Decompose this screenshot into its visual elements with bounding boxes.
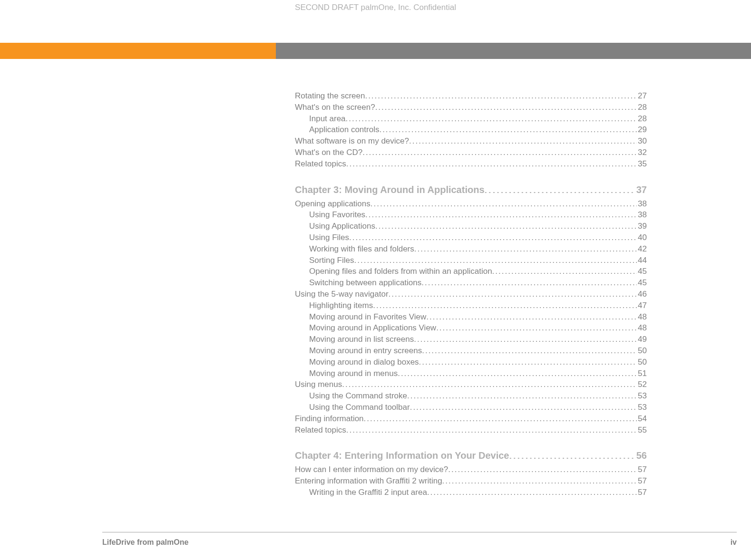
toc-entry-page: 54 <box>637 413 647 425</box>
toc-entry: How can I enter information on my device… <box>295 464 647 475</box>
toc-entry: Opening files and folders from within an… <box>295 266 647 277</box>
toc-entry: Sorting Files 44 <box>295 255 647 266</box>
toc-entry-page: 53 <box>637 402 647 413</box>
leader-dots <box>389 289 637 297</box>
chapter-3-title: Chapter 3: Moving Around in Applications <box>295 183 485 196</box>
toc-entry: Moving around in list screens 49 <box>295 334 647 345</box>
leader-dots <box>414 334 637 342</box>
toc-entry: Moving around in Favorites View 48 <box>295 311 647 323</box>
toc-entry-page: 46 <box>637 289 647 300</box>
toc-entry-title: Highlighting items <box>309 300 373 311</box>
leader-dots <box>373 300 637 308</box>
toc-entry-page: 50 <box>637 345 647 357</box>
banner-orange-segment <box>0 43 276 59</box>
toc-entry-title: Related topics <box>295 158 346 170</box>
leader-dots <box>409 135 637 144</box>
toc-entry-page: 35 <box>637 158 647 170</box>
toc-entry-page: 28 <box>637 113 647 125</box>
toc-entry-page: 45 <box>637 277 647 289</box>
toc-entry-title: Entering information with Graffiti 2 wri… <box>295 475 442 487</box>
toc-entry-page: 57 <box>637 475 647 487</box>
toc-entry: Writing in the Graffiti 2 input area 57 <box>295 487 647 498</box>
toc-entry: Using the Command stroke 53 <box>295 390 647 402</box>
toc-entry: Using Applications 39 <box>295 221 647 232</box>
leader-dots <box>509 449 635 459</box>
toc-entry-page: 40 <box>637 232 647 243</box>
toc-entry: Switching between applications 45 <box>295 277 647 289</box>
leader-dots <box>346 425 637 433</box>
leader-dots <box>410 402 637 410</box>
page-footer: LifeDrive from palmOne iv <box>102 538 737 547</box>
toc-entry-page: 51 <box>637 368 647 379</box>
toc-entry-page: 27 <box>637 90 647 102</box>
toc-entry-title: Opening files and folders from within an… <box>309 266 492 277</box>
leader-dots <box>485 183 635 193</box>
toc-entry-page: 29 <box>637 124 647 135</box>
leader-dots <box>436 322 637 330</box>
header-banner <box>0 43 751 59</box>
toc-entry: Moving around in Applications View 48 <box>295 322 647 334</box>
confidential-header: SECOND DRAFT palmOne, Inc. Confidential <box>0 3 751 12</box>
toc-entry-title: Switching between applications <box>309 277 421 289</box>
toc-entry: What's on the screen?28 <box>295 102 647 113</box>
toc-entry-page: 39 <box>637 221 647 232</box>
leader-dots <box>427 487 637 495</box>
toc-entry-title: Using Applications <box>309 221 375 232</box>
toc-entry-title: Using the Command stroke <box>309 390 407 402</box>
leader-dots <box>362 147 637 155</box>
leader-dots <box>364 413 637 421</box>
toc-entry: Application controls 29 <box>295 124 647 135</box>
toc-entry-title: Rotating the screen <box>295 90 365 102</box>
leader-dots <box>414 243 637 251</box>
leader-dots <box>375 221 637 229</box>
toc-entry-title: Input area <box>309 113 346 125</box>
toc-entry: Moving around in dialog boxes 50 <box>295 357 647 368</box>
chapter-3-page: 37 <box>635 183 647 196</box>
toc-entry-title: Using menus <box>295 379 342 390</box>
toc-entry-title: Finding information <box>295 413 364 425</box>
toc-entry-page: 30 <box>637 135 647 147</box>
toc-entry: Rotating the screen27 <box>295 90 647 102</box>
toc-entry: Highlighting items 47 <box>295 300 647 311</box>
leader-dots <box>407 390 637 398</box>
toc-entry: Input area 28 <box>295 113 647 125</box>
toc-entry-page: 53 <box>637 390 647 402</box>
toc-entry-title: What's on the CD? <box>295 147 362 158</box>
chapter-3-heading: Chapter 3: Moving Around in Applications… <box>295 183 647 196</box>
toc-entry: Using menus52 <box>295 379 647 390</box>
leader-dots <box>379 124 637 132</box>
toc-entry-page: 48 <box>637 322 647 334</box>
toc-entry: Using the Command toolbar 53 <box>295 402 647 413</box>
toc-entry-page: 57 <box>637 487 647 498</box>
toc-entry-title: Related topics <box>295 425 346 436</box>
toc-entry: Related topics55 <box>295 425 647 436</box>
toc-entry-page: 52 <box>637 379 647 390</box>
toc-entry-page: 32 <box>637 147 647 158</box>
toc-entry: Using the 5-way navigator46 <box>295 289 647 300</box>
leader-dots <box>342 379 637 387</box>
toc-entry-page: 42 <box>637 243 647 255</box>
toc-entry: Working with files and folders 42 <box>295 243 647 255</box>
toc-entry-page: 44 <box>637 255 647 266</box>
toc-entry-title: Using the Command toolbar <box>309 402 410 413</box>
toc-entry-title: Moving around in list screens <box>309 334 414 345</box>
toc-entry-page: 45 <box>637 266 647 277</box>
toc-entry-page: 47 <box>637 300 647 311</box>
leader-dots <box>398 368 637 376</box>
toc-entry-title: Application controls <box>309 124 379 135</box>
leader-dots <box>346 158 637 166</box>
toc-entry-title: Using Favorites <box>309 209 365 221</box>
toc-entry-title: Sorting Files <box>309 255 354 266</box>
toc-entry: What software is on my device?30 <box>295 135 647 147</box>
toc-entry-title: Moving around in dialog boxes <box>309 357 419 368</box>
footer-product-name: LifeDrive from palmOne <box>102 538 188 547</box>
toc-entry-title: Moving around in Favorites View <box>309 311 426 323</box>
toc-entry-title: Writing in the Graffiti 2 input area <box>309 487 427 498</box>
leader-dots <box>422 345 637 353</box>
toc-entry-title: Opening applications <box>295 198 371 210</box>
toc-entry: Using Files 40 <box>295 232 647 243</box>
leader-dots <box>371 198 637 206</box>
leader-dots <box>492 266 637 274</box>
toc-entry-page: 28 <box>637 102 647 113</box>
toc-entry-title: Using the 5-way navigator <box>295 289 389 300</box>
